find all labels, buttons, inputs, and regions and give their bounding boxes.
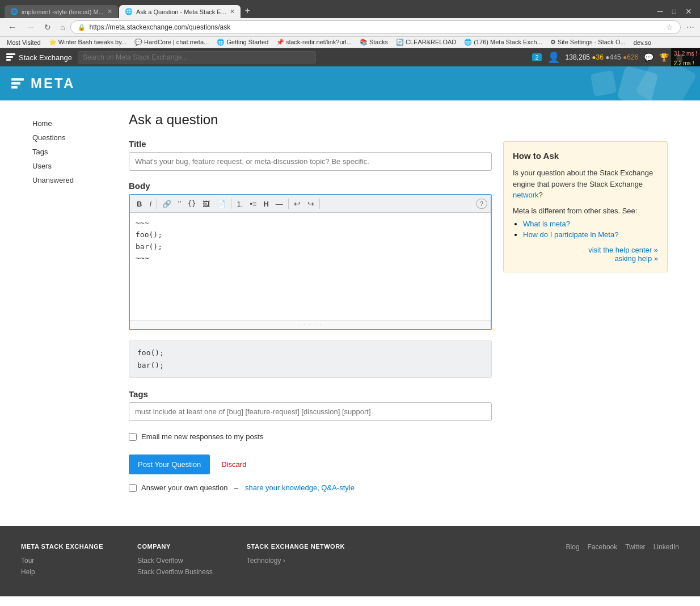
footer-facebook-link[interactable]: Facebook — [588, 543, 618, 551]
how-to-ask-text: Is your question about the Stack Exchang… — [513, 167, 658, 201]
footer-col-company: COMPANY Stack Overflow Stack Overflow Bu… — [137, 543, 213, 579]
address-text: https://meta.stackexchange.com/questions… — [89, 23, 663, 31]
bookmark-site-settings[interactable]: ⚙ Site Settings - Stack O... — [548, 38, 628, 47]
sidebar-item-users[interactable]: Users — [32, 159, 117, 173]
sidebar-item-unanswered[interactable]: Unanswered — [32, 173, 117, 187]
editor-body[interactable]: ~~~ foo(); bar(); ~~~ — [130, 213, 491, 320]
address-bar[interactable]: 🔒 https://meta.stackexchange.com/questio… — [70, 20, 681, 34]
tab-label-active: Ask a Question - Meta Stack E... — [136, 9, 226, 15]
bookmark-176-meta[interactable]: 🌐 (176) Meta Stack Exch... — [462, 38, 545, 47]
extensions-button[interactable]: ⋯ — [685, 22, 695, 33]
toolbar-help[interactable]: ? — [476, 199, 487, 209]
answer-own-link[interactable]: share your knowledge, Q&A-style — [245, 483, 355, 492]
how-to-ask-title: How to Ask — [513, 151, 658, 161]
footer-stackoverflow-link[interactable]: Stack Overflow — [137, 557, 213, 565]
close-button[interactable]: ✕ — [682, 7, 695, 16]
footer-so-business-link[interactable]: Stack Overflow Business — [137, 568, 213, 576]
footer-linkedin-link[interactable]: LinkedIn — [653, 543, 679, 551]
toolbar-undo[interactable]: ↩ — [291, 197, 303, 210]
se-top-bar: Stack Exchange 2 👤 138,285 ●36 ●445 ●626… — [0, 48, 700, 66]
browser-tab-active[interactable]: 🌐 Ask a Question - Meta Stack E... ✕ — [119, 5, 241, 18]
nav-right-icons: ⋯ — [685, 22, 695, 33]
new-tab-button[interactable]: + — [242, 3, 254, 18]
reload-button[interactable]: ↻ — [41, 22, 54, 33]
answer-own-label: Answer your own question — [141, 483, 227, 492]
editor-resize-handle[interactable]: · · · · · — [130, 320, 491, 329]
footer-tour-link[interactable]: Tour — [21, 557, 103, 565]
footer-meta-title: META STACK EXCHANGE — [21, 543, 103, 550]
sidebar-item-home[interactable]: Home — [32, 116, 117, 131]
sidebar-item-questions[interactable]: Questions — [32, 131, 117, 145]
se-notification-badge[interactable]: 2 — [532, 53, 541, 61]
answer-own-checkbox[interactable] — [129, 484, 137, 492]
browser-tab-inactive[interactable]: 🌐 implement -style (fenced) M... ✕ — [5, 5, 118, 18]
toolbar-image[interactable]: 🖼 — [200, 198, 213, 210]
minimize-button[interactable]: ─ — [654, 7, 667, 16]
footer-twitter-link[interactable]: Twitter — [625, 543, 645, 551]
bookmark-most-visited[interactable]: Most Visited — [5, 39, 43, 47]
body-section: Body B I 🔗 " {} 🖼 📄 1. •≡ H — — [129, 181, 492, 330]
tab-close[interactable]: ✕ — [107, 8, 112, 15]
title-input[interactable] — [129, 152, 492, 171]
footer-help-link[interactable]: Help — [21, 568, 103, 576]
sidebar: Home Questions Tags Users Unanswered — [32, 112, 117, 492]
bookmark-winter-bash[interactable]: ⭐ Winter Bash tweaks by... — [47, 38, 129, 47]
answer-own-row: Answer your own question – share your kn… — [129, 483, 492, 492]
footer-blog-link[interactable]: Blog — [566, 543, 580, 551]
toolbar-heading[interactable]: H — [260, 198, 271, 210]
toolbar-upload[interactable]: 📄 — [214, 198, 229, 210]
how-participate-item: How do I participate in Meta? — [523, 230, 658, 239]
se-top-right: 2 👤 138,285 ●36 ●445 ●626 💬 🏆 📋 ? — [532, 51, 694, 64]
se-logo[interactable]: Stack Exchange — [6, 52, 72, 62]
se-avatar[interactable]: 👤 — [547, 51, 560, 64]
help-links: visit the help center » asking help » — [513, 246, 658, 263]
home-button[interactable]: ⌂ — [57, 22, 68, 33]
svg-rect-2 — [6, 59, 11, 61]
toolbar-hr[interactable]: — — [273, 198, 286, 210]
discard-button[interactable]: Discard — [216, 455, 252, 474]
bookmarks-bar: Most Visited ⭐ Winter Bash tweaks by... … — [0, 37, 700, 48]
toolbar-code[interactable]: {} — [185, 198, 199, 209]
toolbar-unordered-list[interactable]: •≡ — [247, 198, 259, 210]
bookmark-slack[interactable]: 📌 slack-redir.net/link?url... — [274, 38, 354, 47]
main-content: Ask a question Title Body B I 🔗 " {} 🖼 — [129, 112, 492, 492]
bookmark-devso[interactable]: dev.so — [631, 39, 654, 47]
email-checkbox[interactable] — [129, 433, 137, 441]
toolbar-italic[interactable]: I — [146, 198, 154, 210]
toolbar-link[interactable]: 🔗 — [159, 198, 174, 210]
sidebar-item-tags[interactable]: Tags — [32, 145, 117, 159]
tags-input[interactable] — [129, 402, 492, 421]
bookmark-hardcore[interactable]: 💬 HardCore | chat.meta... — [132, 38, 211, 47]
meta-logo[interactable]: META — [11, 75, 75, 91]
asking-help-link[interactable]: asking help » — [513, 254, 658, 263]
body-textarea[interactable]: ~~~ foo(); bar(); ~~~ — [136, 217, 485, 314]
forward-button[interactable]: → — [23, 21, 39, 33]
back-button[interactable]: ← — [5, 21, 20, 33]
bookmark-clear-reload[interactable]: 🔄 CLEAR&RELOAD — [394, 38, 458, 47]
bookmark-star[interactable]: ☆ — [666, 23, 673, 32]
how-participate-link[interactable]: How do I participate in Meta? — [523, 230, 618, 239]
toolbar-bold[interactable]: B — [133, 198, 145, 210]
toolbar-redo[interactable]: ↪ — [305, 197, 317, 210]
editor-container: B I 🔗 " {} 🖼 📄 1. •≡ H — ↩ ↪ — [129, 194, 492, 330]
svg-rect-0 — [6, 53, 15, 55]
achievements-icon[interactable]: 🏆 — [659, 53, 669, 62]
se-logo-text: Stack Exchange — [19, 53, 72, 62]
se-search-box[interactable] — [78, 51, 316, 64]
maximize-button[interactable]: □ — [669, 7, 680, 16]
email-checkbox-label: Email me new responses to my posts — [141, 432, 263, 441]
bookmark-getting-started[interactable]: 🌐 Getting Started — [214, 38, 271, 47]
help-center-link[interactable]: visit the help center » — [513, 246, 658, 254]
page-title: Ask a question — [129, 112, 492, 128]
network-link[interactable]: network — [513, 191, 539, 199]
se-search-input[interactable] — [78, 51, 316, 64]
post-question-button[interactable]: Post Your Question — [129, 455, 210, 474]
inbox-icon[interactable]: 💬 — [644, 53, 653, 62]
what-is-meta-link[interactable]: What is meta? — [523, 220, 570, 228]
footer-technology-link[interactable]: Technology › — [247, 557, 345, 565]
how-to-ask-box: How to Ask Is your question about the St… — [503, 141, 668, 272]
bookmark-stacks[interactable]: 📚 Stacks — [357, 38, 390, 47]
toolbar-ordered-list[interactable]: 1. — [234, 198, 246, 210]
toolbar-blockquote[interactable]: " — [175, 197, 184, 210]
tab-close-active[interactable]: ✕ — [230, 8, 235, 15]
